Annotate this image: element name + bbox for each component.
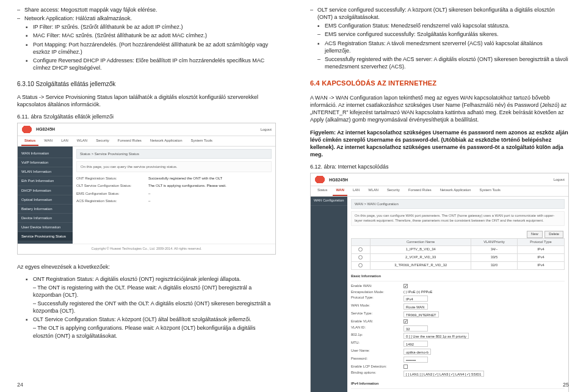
logout-link[interactable]: Logout [554, 177, 565, 182]
field-value[interactable]: TR069_INTERNET [403, 311, 565, 318]
tab-wlan[interactable]: WLAN [74, 136, 90, 146]
table-row[interactable]: 1_IPTV_B_VID_3434/–IPv4 [352, 246, 565, 254]
row-radio[interactable] [358, 247, 363, 252]
list-item: – Successfully registered the ONT with t… [17, 300, 276, 314]
field-value[interactable]: •••••••• [403, 357, 565, 363]
tab-forward-rules[interactable]: Forward Rules [405, 186, 435, 196]
form-row: Protocol Type:IPv4 [351, 295, 565, 303]
section-title: IPv4 Information [351, 380, 565, 389]
table-cell: 34/– [471, 246, 518, 254]
sidebar-item[interactable]: VoIP Information [18, 158, 73, 167]
checkbox[interactable] [403, 284, 408, 288]
tab-lan[interactable]: LAN [58, 136, 71, 146]
wan-connections-table: Connection NameVLAN/PriorityProtocol Typ… [351, 238, 565, 270]
field-value[interactable]: [ ] LAN1 [ ] LAN2 [✓] LAN3 [✓] LAN4 [✓] … [403, 371, 565, 377]
tab-status[interactable]: Status [314, 186, 330, 196]
list-item: ACS Registration Status: A távoli menedz… [310, 40, 569, 54]
field-value[interactable] [403, 284, 565, 289]
text-input[interactable]: 32 [403, 325, 428, 332]
tab-system-tools[interactable]: System Tools [188, 136, 216, 146]
sidebar-item[interactable]: Service Provisioning Status [18, 232, 73, 241]
list-item: EMS Configuration Status: Menedzselő ren… [310, 22, 569, 29]
tab-wan[interactable]: WAN [41, 136, 56, 146]
form-row: Password:•••••••• [351, 356, 565, 364]
tab-security[interactable]: Security [384, 186, 403, 196]
list-item: – The ONT is registering with the OLT. P… [17, 284, 276, 299]
tab-status[interactable]: Status [21, 136, 38, 146]
status-row: ACS Registration Status:– [76, 197, 272, 205]
tab-network-application[interactable]: Network Application [437, 186, 474, 196]
table-cell: 33/5 [471, 254, 518, 262]
field-value[interactable] [403, 365, 565, 369]
row-value: – [148, 191, 272, 196]
sidebar-item[interactable]: WAN Configuration [311, 197, 347, 206]
field-value[interactable]: 0 [ ] Use the same 802.1p as R priority [403, 333, 565, 339]
field-value[interactable]: optika-demo-b [403, 349, 565, 355]
sidebar-item[interactable]: WAN Information [18, 149, 73, 158]
table-row[interactable]: 3_TR069_INTERNET_R_VID_3232/0IPv4 [352, 262, 565, 270]
page-left: Share access: Megosztott mappák vagy fáj… [0, 0, 293, 392]
page-number: 24 [17, 381, 23, 388]
field-value[interactable] [403, 319, 565, 324]
table-header: Protocol Type [518, 238, 565, 246]
sidebar-item[interactable]: User Device Information [18, 223, 73, 232]
text-input[interactable]: optika-demo-b [403, 349, 431, 355]
new-button[interactable]: New [527, 231, 543, 238]
status-row: EMS Configuration Status:– [76, 190, 272, 197]
tab-wlan[interactable]: WLAN [365, 186, 382, 196]
row-radio[interactable] [358, 263, 363, 267]
table-cell [352, 254, 371, 262]
list-item: OLT Service Configuration Status: A közp… [17, 316, 276, 323]
tab-forward-rules[interactable]: Forward Rules [115, 136, 145, 146]
checkbox[interactable] [403, 319, 408, 324]
sidebar-item[interactable]: Device Information [18, 214, 73, 223]
table-cell: IPv4 [518, 254, 565, 262]
checkbox[interactable] [403, 365, 408, 369]
table-cell: 3_TR069_INTERNET_R_VID_32 [371, 262, 471, 270]
huawei-logo-icon [21, 126, 32, 133]
list-item: Configure Reversed DHCP IP Addresses: El… [17, 57, 276, 71]
tab-system-tools[interactable]: System Tools [477, 186, 504, 196]
text-input[interactable]: IPv4 [403, 296, 428, 302]
row-label: ACS Registration Status: [76, 198, 143, 203]
router-ui-wan: HG8245H Logout StatusWANLANWLANSecurityF… [310, 173, 569, 392]
tab-security[interactable]: Security [93, 136, 112, 146]
field-label: WAN Mode: [351, 303, 400, 310]
delete-button[interactable]: Delete [544, 231, 563, 238]
field-label: Binding options: [351, 371, 400, 377]
text-input[interactable]: [ ] LAN1 [ ] LAN2 [✓] LAN3 [✓] LAN4 [✓] … [403, 371, 484, 377]
tab-wan[interactable]: WAN [333, 186, 347, 196]
logout-link[interactable]: Logout [261, 127, 272, 132]
tab-network-application[interactable]: Network Application [147, 136, 186, 146]
sidebar-item[interactable]: WLAN Information [18, 167, 73, 176]
list-item: Network Application: Hálózati alkalmazás… [17, 15, 276, 22]
field-value[interactable]: Route WAN [403, 303, 565, 310]
sidebar-item[interactable]: Optical Information [18, 195, 73, 205]
tab-lan[interactable]: LAN [350, 186, 363, 196]
sidebar-item[interactable]: Eth Port Information [18, 176, 73, 186]
field-value[interactable]: 1492 [403, 341, 565, 347]
table-row[interactable]: 2_VOIP_R_VID_3333/5IPv4 [352, 254, 565, 262]
field-value[interactable]: IPv4 [403, 296, 565, 302]
below-heading: Az egyes elnevezések a következőek: [17, 263, 276, 270]
sidebar-item[interactable]: Battery Information [18, 205, 73, 214]
text-input[interactable]: •••••••• [403, 357, 428, 363]
row-radio[interactable] [358, 255, 363, 260]
field-label: Enable LCP Detection: [351, 365, 400, 369]
breadcrumb: Status > Service Provisioning Status [76, 149, 272, 159]
form-row: 802.1p:0 [ ] Use the same 802.1p as R pr… [351, 332, 565, 340]
text-input[interactable]: Route WAN [403, 303, 428, 310]
row-label: OLT Service Configuration Status: [76, 183, 143, 188]
table-cell: IPv4 [518, 246, 565, 254]
field-label: MTU: [351, 341, 400, 347]
form-row: Service Type:TR069_INTERNET [351, 311, 565, 319]
text-input[interactable]: 1492 [403, 341, 428, 347]
field-value[interactable]: ( ) IPoE (•) PPPoE [403, 290, 565, 295]
form-row: Enable VLAN: [351, 319, 565, 325]
table-header: VLAN/Priority [471, 238, 518, 246]
sidebar-item[interactable]: DHCP Information [18, 186, 73, 195]
text-input[interactable]: 0 [ ] Use the same 802.1p as R priority [403, 333, 469, 339]
page-hint: On this page, you can configure WAN port… [351, 211, 565, 226]
field-value[interactable]: 32 [403, 325, 565, 332]
text-input[interactable]: TR069_INTERNET [403, 311, 439, 318]
